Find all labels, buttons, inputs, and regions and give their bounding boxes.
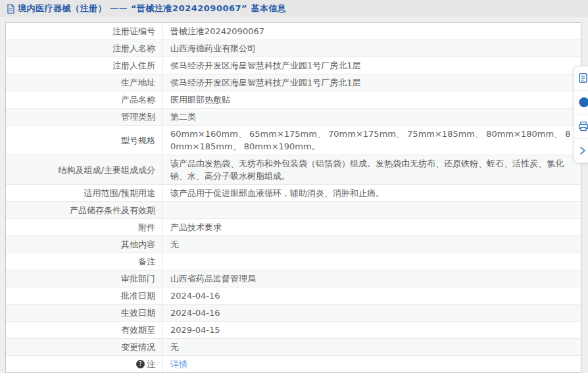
note-badge-icon: ? [136,360,145,368]
row-label: 审批部门 [6,270,162,287]
row-value: 医用眼部热敷贴 [162,91,581,108]
row-label: 其他内容 [6,236,162,253]
table-row: 管理类别第二类 [6,109,581,126]
row-label: 附件 [6,219,162,236]
table-row: 生效日期2024-04-16 [6,305,581,322]
row-value: 详情 [162,356,581,372]
table-row: 生产地址侯马经济开发区海星智慧科技产业园1号厂房北1层 [6,74,581,91]
table-row: 注册证编号晋械注准20242090067 [6,23,581,40]
row-value: 60mm×160mm、 65mm×175mm、 70mm×175mm、 75mm… [162,126,581,155]
table-row: 批准日期2024-04-16 [6,287,581,305]
page-header: 境内医疗器械（注册） —— “晋械注准20242090067” 基本信息 [0,0,588,17]
row-value: 该产品由发热袋、无纺布和外包装袋（铝箔袋）组成。发热袋由无纺布、还原铁粉、蛭石、… [162,155,581,184]
row-label: 产品储存条件及有效期 [6,202,162,218]
page-title: 境内医疗器械（注册） —— “晋械注准20242090067” 基本信息 [18,3,286,14]
table-row: 有效期至2029-04-15 [6,322,581,339]
table-row: 注册人名称山西海德药业有限公司 [6,40,581,57]
detail-link[interactable]: 详情 [170,358,187,370]
row-label: 批准日期 [6,287,162,304]
row-value: 2024-04-16 [162,305,581,321]
row-label: 变更情况 [6,339,162,355]
row-value: 第二类 [162,109,581,125]
table-row: 产品储存条件及有效期 [6,202,581,219]
table-row: 结构及组成/主要组成成分该产品由发热袋、无纺布和外包装袋（铝箔袋）组成。发热袋由… [6,155,581,185]
row-value: 晋械注准20242090067 [162,23,581,39]
row-value: 山西省药品监督管理局 [162,270,581,287]
row-label: 有效期至 [6,322,162,338]
row-label: 产品名称 [6,91,162,108]
table-row: 适用范围/预期用途该产品用于促进眼部血液循环，辅助消炎、消肿和止痛。 [6,185,581,202]
table-row: 变更情况无 [6,339,581,356]
row-label: 生效日期 [6,305,162,321]
registration-info-table: 注册证编号晋械注准20242090067 注册人名称山西海德药业有限公司 注册人… [5,22,581,373]
row-value: 2029-04-15 [162,322,581,338]
table-row: 其他内容无 [6,236,581,253]
row-label: 注册人住所 [6,57,162,74]
row-label: 注册人名称 [6,40,162,57]
row-value: 该产品用于促进眼部血液循环，辅助消炎、消肿和止痛。 [162,185,581,201]
table-row: 备注 [6,253,581,270]
printer-icon[interactable] [574,115,588,139]
badge-circle-icon[interactable] [574,91,588,115]
row-value: 产品技术要求 [162,219,581,236]
row-value: 侯马经济开发区海星智慧科技产业园1号厂房北1层 [162,74,581,91]
side-toolbar [574,66,588,163]
row-value: 侯马经济开发区海星智慧科技产业园1号厂房北1层 [162,57,581,74]
row-label: 生产地址 [6,74,162,91]
row-value: 山西海德药业有限公司 [162,40,581,57]
table-row: 附件产品技术要求 [6,219,581,236]
row-value: 无 [162,339,581,355]
row-value: 2024-04-16 [162,287,581,304]
chevron-right-icon[interactable] [574,139,588,162]
row-label: 适用范围/预期用途 [6,185,162,201]
row-label: 结构及组成/主要组成成分 [6,155,162,184]
row-label: 备注 [6,253,162,270]
row-label: 型号规格 [6,126,162,155]
table-row: 产品名称医用眼部热敷贴 [6,91,581,109]
table-row: 审批部门山西省药品监督管理局 [6,270,581,287]
row-label: 注册证编号 [6,23,162,39]
table-row: 型号规格60mm×160mm、 65mm×175mm、 70mm×175mm、 … [6,126,581,155]
row-value [162,253,581,270]
row-value [162,202,581,218]
table-row-note: ?注 详情 [6,356,581,372]
table-row: 注册人住所侯马经济开发区海星智慧科技产业园1号厂房北1层 [6,57,581,74]
row-value: 无 [162,236,581,253]
row-label: ?注 [6,356,162,372]
note-label: 注 [147,358,155,370]
document-icon [6,4,15,14]
row-label: 管理类别 [6,109,162,125]
file-icon[interactable] [574,66,588,91]
